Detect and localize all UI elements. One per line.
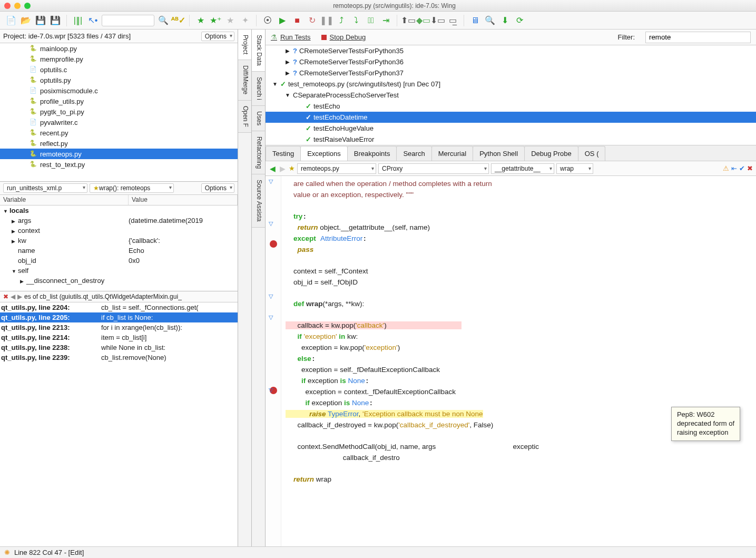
vtab-stack-data[interactable]: Stack Data xyxy=(252,30,265,72)
project-options-dropdown[interactable]: Options xyxy=(201,32,234,41)
fold-arrow-icon[interactable]: ▽ xyxy=(269,178,273,185)
goto-def-icon[interactable]: ↖• xyxy=(87,15,99,26)
left-vertical-tabs[interactable]: ProjectDiff/MergeOpen F xyxy=(238,30,252,546)
project-file-item[interactable]: reflect.py xyxy=(0,138,238,149)
frame-bottom-icon[interactable]: ▭̲ xyxy=(447,15,458,26)
project-file-item[interactable]: pyvalwriter.c xyxy=(0,117,238,128)
nav-fwd-icon[interactable]: ▶ xyxy=(279,164,287,173)
vtab-source-assista[interactable]: Source Assista xyxy=(252,174,265,227)
frame-down-icon[interactable]: ⬇▭ xyxy=(432,15,444,26)
project-file-item[interactable]: mainloop.py xyxy=(0,43,238,54)
tab-mercurial[interactable]: Mercurial xyxy=(431,146,473,161)
split-v-icon[interactable]: ✔ xyxy=(739,164,745,172)
stack-var-row[interactable]: nameEcho xyxy=(0,246,238,256)
tab-python-shell[interactable]: Python Shell xyxy=(473,146,525,161)
search-next-icon[interactable]: 🔍 xyxy=(158,15,169,26)
stack-var-row[interactable]: locals xyxy=(0,205,238,216)
breakpoint-icon[interactable] xyxy=(270,240,277,248)
frame-up-icon[interactable]: ⬆▭ xyxy=(402,15,414,26)
filter-input[interactable] xyxy=(645,32,751,43)
test-tree-item[interactable]: ▶?CRemoteServerTestsForPython37 xyxy=(266,67,756,79)
window-controls[interactable] xyxy=(4,3,31,9)
project-file-item[interactable]: optutils.c xyxy=(0,64,238,75)
editor-file-dropdown[interactable]: remoteops.py xyxy=(297,163,376,174)
uses-row[interactable]: qt_utils.py, line 2239: cb_list.remove(N… xyxy=(0,353,238,363)
project-file-item[interactable]: rest_to_text.py xyxy=(0,159,238,170)
stack-var-row[interactable]: self xyxy=(0,266,238,276)
save-all-icon[interactable]: 💾 xyxy=(50,15,61,26)
vtab-uses[interactable]: Uses xyxy=(252,106,265,131)
save-icon[interactable]: 💾 xyxy=(35,15,46,26)
uses-row[interactable]: qt_utils.py, line 2214: item = cb_list[i… xyxy=(0,332,238,342)
bookmark-prev-grey-icon[interactable]: ★ xyxy=(224,15,236,26)
stack-col-value[interactable]: Value xyxy=(129,195,238,205)
step-over-icon[interactable]: ⤴ xyxy=(336,15,347,26)
fold-arrow-icon[interactable]: ▽ xyxy=(269,293,273,300)
search-tool-icon[interactable]: 🔍 xyxy=(484,15,496,26)
vtab-search-i[interactable]: Search i xyxy=(252,72,265,106)
stack-variable-tree[interactable]: localsargs(datetime.datetime(2019context… xyxy=(0,205,238,291)
project-file-item[interactable]: optutils.py xyxy=(0,75,238,85)
fold-arrow-icon[interactable]: ▽ xyxy=(269,220,273,227)
stack-thread-dropdown[interactable]: run_unittests_xml.p xyxy=(3,183,87,193)
test-tree-item[interactable]: ✓testEchoDatetime xyxy=(266,112,756,123)
stack-var-row[interactable]: kw{'callback': xyxy=(0,236,238,246)
minimize-window-icon[interactable] xyxy=(14,3,21,9)
expand-icon[interactable]: ▶ xyxy=(284,59,291,65)
close-editor-icon[interactable]: ✖ xyxy=(747,164,753,172)
nav-back-icon[interactable]: ◀ xyxy=(269,164,277,173)
test-tree-item[interactable]: ▶?CRemoteServerTestsForPython35 xyxy=(266,45,756,56)
fold-arrow-icon[interactable]: ▽ xyxy=(269,314,273,321)
download-icon[interactable]: ⬇ xyxy=(499,15,510,26)
tab-search[interactable]: Search xyxy=(396,146,431,161)
close-window-icon[interactable] xyxy=(4,3,11,9)
fold-arrow-icon[interactable]: ▽ xyxy=(269,387,273,394)
tab-exceptions[interactable]: Exceptions xyxy=(300,146,348,161)
record-icon[interactable]: ⦿ xyxy=(262,15,273,26)
tab-testing[interactable]: Testing xyxy=(266,146,301,161)
expand-icon[interactable]: ▶ xyxy=(284,48,291,54)
vtab-refactoring[interactable]: Refactoring xyxy=(252,131,265,174)
project-file-item[interactable]: recent.py xyxy=(0,128,238,138)
restart-icon[interactable]: ↻ xyxy=(306,15,318,26)
vtab-project[interactable]: Project xyxy=(238,30,251,60)
bookmark-next-icon[interactable]: ★⁺ xyxy=(210,15,221,26)
editor-class-dropdown[interactable]: CProxy xyxy=(378,163,489,174)
code-area[interactable]: are called when the operation / method c… xyxy=(281,176,756,546)
test-tree[interactable]: ▶?CRemoteServerTestsForPython35▶?CRemote… xyxy=(266,45,756,145)
test-tree-item[interactable]: ✓testEcho xyxy=(266,101,756,112)
test-tree-item[interactable]: ▶?CRemoteServerTestsForPython36 xyxy=(266,56,756,67)
tab-os-[interactable]: OS ( xyxy=(578,146,606,161)
uses-row[interactable]: qt_utils.py, line 2238: while None in cb… xyxy=(0,342,238,353)
uses-list[interactable]: qt_utils.py, line 2204: cb_list = self._… xyxy=(0,302,238,546)
right-vertical-tabs[interactable]: Stack DataSearch iUsesRefactoringSource … xyxy=(252,30,266,546)
stop-debug-button[interactable]: Stop Debug xyxy=(321,33,366,41)
uses-row[interactable]: qt_utils.py, line 2204: cb_list = self._… xyxy=(0,302,238,312)
stack-var-row[interactable]: context xyxy=(0,226,238,236)
project-file-item[interactable]: posixmiscmodule.c xyxy=(0,85,238,96)
test-tree-item[interactable]: ▼CSeparateProcessEchoServerTest xyxy=(266,90,756,101)
step-next-icon[interactable]: ⇥ xyxy=(380,15,391,26)
new-file-icon[interactable]: 📄 xyxy=(5,15,17,26)
uses-row[interactable]: qt_utils.py, line 2213: for i in xrange(… xyxy=(0,322,238,332)
uses-row[interactable]: qt_utils.py, line 2205: if cb_list is No… xyxy=(0,312,238,322)
project-file-item[interactable]: pygtk_to_pi.py xyxy=(0,106,238,117)
open-file-icon[interactable]: 📂 xyxy=(20,15,32,26)
stack-frame-dropdown[interactable]: ★wrap(): remoteops xyxy=(90,183,174,193)
bottom-tab-bar[interactable]: TestingExceptionsBreakpointsSearchMercur… xyxy=(266,145,756,161)
uses-close-icon[interactable]: ✖ xyxy=(3,293,8,300)
test-tree-item[interactable]: ✓testRaiseValueError xyxy=(266,134,756,145)
editor-method-dropdown[interactable]: __getattribute__ xyxy=(491,163,554,174)
frame-cur-icon[interactable]: ◆▭ xyxy=(417,15,429,26)
warnings-icon[interactable]: ⚠ xyxy=(723,164,729,172)
bookmark-add-icon[interactable]: ★ xyxy=(195,15,207,26)
stack-var-row[interactable]: __disconnect_on_destroy xyxy=(0,276,238,286)
sync-icon[interactable]: ⟳ xyxy=(514,15,525,26)
editor-inner-dropdown[interactable]: wrap xyxy=(556,163,593,174)
indent-guide-icon[interactable]: |‖| xyxy=(72,15,84,26)
spellcheck-icon[interactable]: ᴬᴮ✓ xyxy=(172,15,184,26)
vtab-open-f[interactable]: Open F xyxy=(238,101,251,133)
monitor-icon[interactable]: 🖥 xyxy=(469,15,481,26)
tab-debug-probe[interactable]: Debug Probe xyxy=(524,146,578,161)
stack-var-row[interactable]: obj_id0x0 xyxy=(0,256,238,266)
